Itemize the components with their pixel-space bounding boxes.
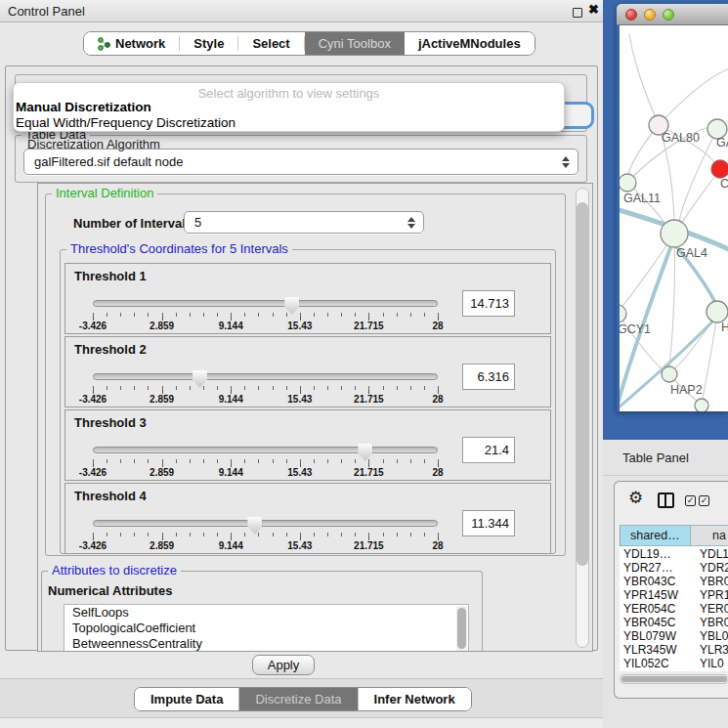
bottom-tab-discretize-data[interactable]: Discretize Data xyxy=(239,688,358,710)
tab-cyni-toolbox[interactable]: Cyni Toolbox xyxy=(305,32,405,55)
algorithm-dropdown-popup: Select algorithm to view settings Manual… xyxy=(13,82,565,132)
threshold-slider[interactable] xyxy=(93,300,438,307)
table-data-combobox[interactable]: galFiltered.sif default node xyxy=(23,149,578,175)
network-node-gcy1[interactable] xyxy=(620,305,626,322)
table-header-row: shared…na xyxy=(620,525,728,546)
gear-icon[interactable]: ⚙ xyxy=(628,490,643,506)
float-window-icon[interactable] xyxy=(573,8,582,18)
checkbox-icon[interactable]: ✓ xyxy=(699,495,709,506)
tick-label: 9.144 xyxy=(219,540,243,551)
tick-label: 15.43 xyxy=(287,540,312,551)
node-label: HAP2 xyxy=(670,383,703,397)
bottom-tab-impute-data[interactable]: Impute Data xyxy=(135,688,239,710)
table-cell: YDR2 xyxy=(691,561,728,575)
panel-scrollbar-thumb[interactable] xyxy=(577,202,588,566)
table-row[interactable]: YDL19…YDL1 xyxy=(620,547,728,561)
tab-jactivemnodules[interactable]: jActiveMNodules xyxy=(405,32,535,55)
tick-label: 21.715 xyxy=(354,321,384,331)
network-node-gal11[interactable] xyxy=(620,174,636,192)
interval-definition-group: Interval Definition Number of Intervals … xyxy=(45,193,566,556)
tick-label: 15.43 xyxy=(287,394,312,405)
table-row[interactable]: YBR045CYBR0 xyxy=(620,616,728,629)
tab-select[interactable]: Select xyxy=(238,32,303,55)
checkbox-icon[interactable]: ✓ xyxy=(685,495,696,506)
close-icon[interactable]: ✖ xyxy=(588,2,599,17)
algorithm-option-equal-width-frequency-discretization[interactable]: Equal Width/Frequency Discretization xyxy=(16,115,236,130)
numerical-attributes-label: Numerical Attributes xyxy=(48,583,172,598)
control-panel: Control Panel ✖ NetworkStyleSelectCyni T… xyxy=(0,0,603,728)
slider-minor-ticks xyxy=(93,386,439,390)
spinner-icon xyxy=(407,217,415,229)
attribute-item[interactable]: SelfLoops xyxy=(64,605,468,621)
numerical-attributes-list[interactable]: SelfLoopsTopologicalCoefficientBetweenne… xyxy=(64,604,469,652)
mac-close-icon[interactable] xyxy=(625,9,637,21)
threshold-slider[interactable] xyxy=(93,447,438,453)
threshold-value-field[interactable]: 21.4 xyxy=(462,437,515,463)
table-row[interactable]: YBL079WYBL0 xyxy=(620,629,728,643)
tab-network[interactable]: Network xyxy=(84,32,179,55)
threshold-panel-2: Threshold 2-3.4262.8599.14415.4321.71528… xyxy=(64,336,551,407)
network-edge[interactable] xyxy=(682,169,720,223)
column-header-1[interactable]: shared… xyxy=(621,526,691,545)
threshold-value-field[interactable]: 6.316 xyxy=(462,364,515,390)
table-hscrollbar-thumb[interactable] xyxy=(621,676,727,682)
node-label: GAL80 xyxy=(662,131,700,145)
table-row[interactable]: YDR27…YDR2 xyxy=(620,561,728,575)
thresholds-legend: Threshold's Coordinates for 5 Intervals xyxy=(66,241,292,256)
network-edge[interactable] xyxy=(629,33,659,125)
threshold-label: Threshold 1 xyxy=(74,269,147,283)
bottom-tab-infer-network[interactable]: Infer Network xyxy=(359,688,471,710)
network-canvas[interactable]: GAL80GACGAL11GAL4GCY1HHAP2 xyxy=(620,25,728,411)
table-cell: YDL1 xyxy=(691,547,728,561)
tab-label: Cyni Toolbox xyxy=(319,36,391,51)
mac-minimize-icon[interactable] xyxy=(644,9,656,21)
table-cell: YIL0 xyxy=(691,657,728,670)
column-header-2[interactable]: na xyxy=(691,526,728,545)
attribute-item[interactable]: BetweennessCentrality xyxy=(64,636,468,652)
threshold-panel-3: Threshold 3-3.4262.8599.14415.4321.71528… xyxy=(64,409,551,481)
table-hscrollbar[interactable] xyxy=(620,674,728,684)
number-of-intervals-value: 5 xyxy=(194,215,201,230)
network-node-h[interactable] xyxy=(707,301,728,322)
cyni-toolbox-panel: Discretization Algorithm Table Data galF… xyxy=(5,65,598,651)
table-cell: YBR045C xyxy=(620,616,691,629)
attributes-group: Attributes to discretize Numerical Attri… xyxy=(41,571,483,652)
table-row[interactable]: YBR043CYBR0 xyxy=(620,575,728,588)
network-icon xyxy=(98,37,110,51)
columns-icon[interactable] xyxy=(658,492,674,508)
table-row[interactable]: YER054CYER0 xyxy=(620,602,728,616)
threshold-value-field[interactable]: 14.713 xyxy=(462,290,515,317)
attributes-scrollbar-thumb[interactable] xyxy=(457,608,466,649)
tick-label: 2.859 xyxy=(150,321,174,331)
network-node-gal4[interactable] xyxy=(661,220,688,247)
number-of-intervals-label: Number of Intervals xyxy=(73,216,193,231)
network-node[interactable] xyxy=(695,399,708,411)
attribute-item[interactable]: TopologicalCoefficient xyxy=(64,621,468,636)
threshold-value-field[interactable]: 11.344 xyxy=(462,510,515,536)
table-rows: YDL19…YDL1YDR27…YDR2YBR043CYBR0YPR145WYP… xyxy=(620,547,728,671)
algorithm-option-manual-discretization[interactable]: Manual Discretization xyxy=(16,100,151,114)
table-row[interactable]: YLR345WYLR3 xyxy=(620,643,728,657)
tick-label: -3.426 xyxy=(79,540,107,551)
number-of-intervals-combobox[interactable]: 5 xyxy=(184,211,424,234)
network-node-c[interactable] xyxy=(711,160,728,178)
attributes-scrollbar[interactable] xyxy=(456,606,467,652)
spinner-icon xyxy=(562,156,570,168)
mac-zoom-icon[interactable] xyxy=(663,9,674,21)
tab-style[interactable]: Style xyxy=(180,32,237,55)
table-row[interactable]: YIL052CYIL0 xyxy=(620,657,728,670)
threshold-slider[interactable] xyxy=(93,520,438,527)
threshold-slider[interactable] xyxy=(93,373,438,380)
tab-label: Style xyxy=(193,36,224,51)
network-edge[interactable] xyxy=(659,68,728,125)
algorithm-hint: Select algorithm to view settings xyxy=(14,86,564,101)
apply-button[interactable]: Apply xyxy=(252,655,315,675)
tick-label: 15.43 xyxy=(287,321,312,331)
network-node-hap2[interactable] xyxy=(662,366,677,382)
node-label: H xyxy=(721,321,728,334)
table-panel: ⚙ ✓ ✓ shared…na YDL19…YDL1YDR27…YDR2YBR0… xyxy=(614,481,728,699)
panel-scrollbar[interactable] xyxy=(576,188,589,648)
tick-label: 2.859 xyxy=(150,394,174,405)
table-row[interactable]: YPR145WYPR1 xyxy=(620,588,728,602)
attributes-legend: Attributes to discretize xyxy=(48,563,181,578)
